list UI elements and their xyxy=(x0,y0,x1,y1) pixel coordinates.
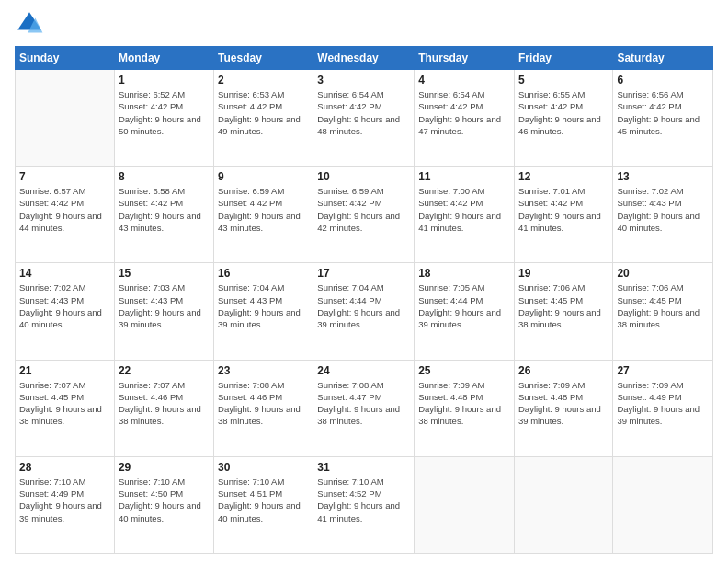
logo xyxy=(15,9,48,39)
sunset-label: Sunset: 4:45 PM xyxy=(617,295,681,305)
calendar-cell: 17Sunrise: 7:04 AMSunset: 4:44 PMDayligh… xyxy=(313,263,415,360)
calendar-cell: 1Sunrise: 6:52 AMSunset: 4:42 PMDaylight… xyxy=(114,70,213,167)
daylight-label: Daylight: 9 hours and 40 minutes. xyxy=(119,500,201,523)
sunrise-label: Sunrise: 7:10 AM xyxy=(317,477,383,487)
week-row-2: 14Sunrise: 7:02 AMSunset: 4:43 PMDayligh… xyxy=(16,263,713,360)
sunset-label: Sunset: 4:42 PM xyxy=(617,101,681,111)
calendar-cell: 9Sunrise: 6:59 AMSunset: 4:42 PMDaylight… xyxy=(214,167,313,263)
day-number: 8 xyxy=(119,170,210,183)
day-number: 6 xyxy=(617,74,709,86)
daylight-label: Daylight: 9 hours and 43 minutes. xyxy=(218,211,301,233)
sunrise-label: Sunrise: 7:00 AM xyxy=(418,186,484,196)
sunset-label: Sunset: 4:42 PM xyxy=(518,101,583,111)
day-number: 28 xyxy=(19,461,110,474)
day-info: Sunrise: 7:08 AMSunset: 4:47 PMDaylight:… xyxy=(317,379,410,428)
sunset-label: Sunset: 4:42 PM xyxy=(119,198,183,208)
calendar-cell xyxy=(415,456,515,553)
day-of-week-friday: Friday xyxy=(514,47,612,70)
sunset-label: Sunset: 4:46 PM xyxy=(218,392,282,402)
day-number: 19 xyxy=(518,267,609,280)
sunrise-label: Sunrise: 6:58 AM xyxy=(119,186,185,196)
sunrise-label: Sunrise: 6:53 AM xyxy=(218,89,284,99)
daylight-label: Daylight: 9 hours and 47 minutes. xyxy=(418,114,501,136)
sunrise-label: Sunrise: 7:08 AM xyxy=(317,380,383,390)
header xyxy=(15,9,713,39)
sunset-label: Sunset: 4:43 PM xyxy=(218,295,282,305)
daylight-label: Daylight: 9 hours and 39 minutes. xyxy=(19,500,102,523)
day-number: 21 xyxy=(19,364,110,377)
daylight-label: Daylight: 9 hours and 44 minutes. xyxy=(19,211,102,233)
day-number: 11 xyxy=(418,170,510,183)
sunrise-label: Sunrise: 6:55 AM xyxy=(518,89,585,99)
day-of-week-wednesday: Wednesday xyxy=(313,47,415,70)
calendar-cell: 24Sunrise: 7:08 AMSunset: 4:47 PMDayligh… xyxy=(313,360,415,456)
day-info: Sunrise: 7:04 AMSunset: 4:43 PMDaylight:… xyxy=(218,282,309,330)
day-of-week-monday: Monday xyxy=(114,47,213,70)
day-of-week-saturday: Saturday xyxy=(613,47,713,70)
day-number: 3 xyxy=(317,74,410,86)
calendar-cell: 3Sunrise: 6:54 AMSunset: 4:42 PMDaylight… xyxy=(313,70,415,167)
sunset-label: Sunset: 4:43 PM xyxy=(119,295,183,305)
day-number: 15 xyxy=(119,267,210,280)
calendar-cell: 19Sunrise: 7:06 AMSunset: 4:45 PMDayligh… xyxy=(514,263,612,360)
day-number: 2 xyxy=(218,74,309,86)
calendar-cell: 5Sunrise: 6:55 AMSunset: 4:42 PMDaylight… xyxy=(514,70,612,167)
day-number: 12 xyxy=(518,170,609,183)
calendar-cell: 16Sunrise: 7:04 AMSunset: 4:43 PMDayligh… xyxy=(214,263,313,360)
sunset-label: Sunset: 4:49 PM xyxy=(617,392,681,402)
sunset-label: Sunset: 4:42 PM xyxy=(119,101,183,111)
day-number: 18 xyxy=(418,267,510,280)
sunrise-label: Sunrise: 7:10 AM xyxy=(19,477,85,487)
calendar-header: SundayMondayTuesdayWednesdayThursdayFrid… xyxy=(16,47,713,70)
day-info: Sunrise: 7:00 AMSunset: 4:42 PMDaylight:… xyxy=(418,185,510,234)
daylight-label: Daylight: 9 hours and 39 minutes. xyxy=(119,307,201,329)
sunrise-label: Sunrise: 7:03 AM xyxy=(119,282,185,293)
daylight-label: Daylight: 9 hours and 39 minutes. xyxy=(518,404,601,426)
day-info: Sunrise: 6:57 AMSunset: 4:42 PMDaylight:… xyxy=(19,185,110,234)
sunset-label: Sunset: 4:46 PM xyxy=(119,392,183,402)
calendar-cell: 27Sunrise: 7:09 AMSunset: 4:49 PMDayligh… xyxy=(613,360,713,456)
calendar-cell: 8Sunrise: 6:58 AMSunset: 4:42 PMDaylight… xyxy=(114,167,213,263)
calendar-cell: 25Sunrise: 7:09 AMSunset: 4:48 PMDayligh… xyxy=(415,360,515,456)
sunset-label: Sunset: 4:52 PM xyxy=(317,488,381,499)
daylight-label: Daylight: 9 hours and 41 minutes. xyxy=(317,500,400,523)
day-number: 22 xyxy=(119,364,210,377)
sunset-label: Sunset: 4:45 PM xyxy=(518,295,583,305)
week-row-4: 28Sunrise: 7:10 AMSunset: 4:49 PMDayligh… xyxy=(16,456,713,553)
sunset-label: Sunset: 4:48 PM xyxy=(418,392,483,402)
sunrise-label: Sunrise: 6:59 AM xyxy=(317,186,383,196)
calendar-cell: 23Sunrise: 7:08 AMSunset: 4:46 PMDayligh… xyxy=(214,360,313,456)
sunrise-label: Sunrise: 7:05 AM xyxy=(418,282,484,293)
days-of-week-row: SundayMondayTuesdayWednesdayThursdayFrid… xyxy=(16,47,713,70)
calendar-cell: 6Sunrise: 6:56 AMSunset: 4:42 PMDaylight… xyxy=(613,70,713,167)
day-info: Sunrise: 7:09 AMSunset: 4:49 PMDaylight:… xyxy=(617,379,709,428)
daylight-label: Daylight: 9 hours and 39 minutes. xyxy=(617,404,700,426)
calendar-cell xyxy=(613,456,713,553)
calendar-cell: 28Sunrise: 7:10 AMSunset: 4:49 PMDayligh… xyxy=(16,456,115,553)
day-info: Sunrise: 6:59 AMSunset: 4:42 PMDaylight:… xyxy=(317,185,410,234)
day-number: 26 xyxy=(518,364,609,377)
sunrise-label: Sunrise: 7:04 AM xyxy=(218,282,284,293)
day-info: Sunrise: 6:58 AMSunset: 4:42 PMDaylight:… xyxy=(119,185,210,234)
day-number: 5 xyxy=(518,74,609,86)
day-info: Sunrise: 7:08 AMSunset: 4:46 PMDaylight:… xyxy=(218,379,309,428)
sunset-label: Sunset: 4:44 PM xyxy=(317,295,381,305)
sunset-label: Sunset: 4:42 PM xyxy=(317,101,381,111)
daylight-label: Daylight: 9 hours and 46 minutes. xyxy=(518,114,601,136)
sunset-label: Sunset: 4:42 PM xyxy=(19,198,84,208)
day-number: 25 xyxy=(418,364,510,377)
day-info: Sunrise: 7:02 AMSunset: 4:43 PMDaylight:… xyxy=(19,282,110,330)
day-number: 16 xyxy=(218,267,309,280)
day-of-week-sunday: Sunday xyxy=(16,47,115,70)
day-number: 4 xyxy=(418,74,510,86)
day-number: 7 xyxy=(19,170,110,183)
day-info: Sunrise: 7:01 AMSunset: 4:42 PMDaylight:… xyxy=(518,185,609,234)
day-number: 14 xyxy=(19,267,110,280)
day-number: 30 xyxy=(218,461,309,474)
day-number: 17 xyxy=(317,267,410,280)
day-info: Sunrise: 7:06 AMSunset: 4:45 PMDaylight:… xyxy=(518,282,609,330)
calendar-cell: 20Sunrise: 7:06 AMSunset: 4:45 PMDayligh… xyxy=(613,263,713,360)
daylight-label: Daylight: 9 hours and 38 minutes. xyxy=(317,404,400,426)
daylight-label: Daylight: 9 hours and 41 minutes. xyxy=(418,211,501,233)
sunset-label: Sunset: 4:50 PM xyxy=(119,488,183,499)
